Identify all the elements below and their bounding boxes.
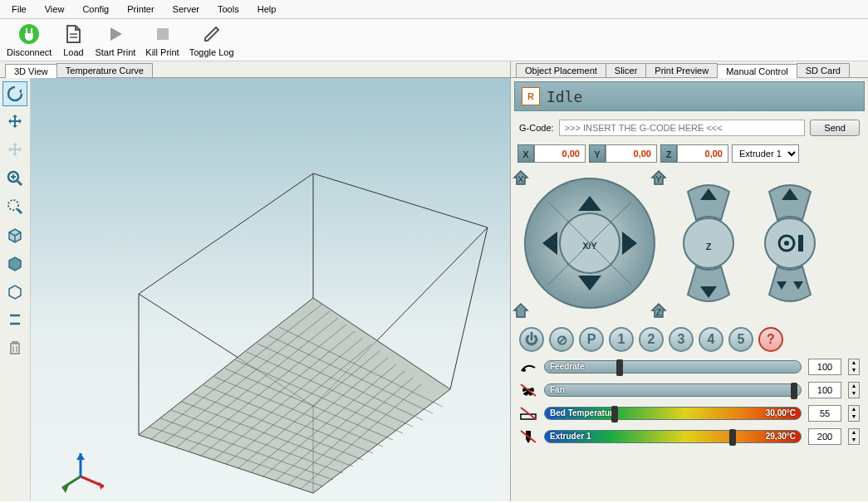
preset-1-button[interactable]: 1 bbox=[609, 327, 634, 352]
preset-2-button[interactable]: 2 bbox=[639, 327, 664, 352]
top-view-button[interactable] bbox=[2, 279, 27, 304]
menu-server[interactable]: Server bbox=[164, 2, 208, 17]
svg-line-43 bbox=[62, 476, 81, 488]
preset-5-button[interactable]: 5 bbox=[728, 327, 753, 352]
iso-view-button[interactable] bbox=[2, 222, 27, 247]
tab-object-placement[interactable]: Object Placement bbox=[516, 63, 606, 77]
rotate-view-button[interactable] bbox=[2, 81, 27, 106]
repetier-icon: R bbox=[522, 87, 540, 105]
fan-icon bbox=[519, 383, 537, 398]
gcode-input[interactable] bbox=[559, 120, 806, 136]
home-z-button[interactable]: Z bbox=[649, 300, 669, 320]
fan-slider[interactable]: Fan bbox=[544, 383, 802, 397]
feedrate-value[interactable]: 100 bbox=[808, 359, 841, 375]
tab-sd-card[interactable]: SD Card bbox=[797, 63, 850, 77]
bed-temp-spinner[interactable]: ▲▼ bbox=[848, 405, 860, 422]
move-object-button[interactable] bbox=[2, 138, 27, 163]
home-all-button[interactable] bbox=[511, 300, 531, 320]
menu-file[interactable]: File bbox=[3, 2, 35, 17]
bed-temp-label: Bed Temperature bbox=[550, 408, 618, 418]
zoom-button[interactable] bbox=[2, 166, 27, 191]
disconnect-label: Disconnect bbox=[7, 47, 51, 57]
menu-printer[interactable]: Printer bbox=[119, 2, 162, 17]
bed-temp-value[interactable]: 55 bbox=[808, 405, 841, 422]
trash-button[interactable] bbox=[2, 335, 27, 360]
extruder-select[interactable]: Extruder 1 bbox=[732, 144, 799, 163]
fan-row: Fan 100 ▲▼ bbox=[511, 378, 868, 402]
send-button[interactable]: Send bbox=[810, 120, 860, 136]
tab-manual-control[interactable]: Manual Control bbox=[717, 64, 797, 78]
gcode-label: G-Code: bbox=[519, 123, 554, 133]
speed-icon bbox=[519, 359, 537, 374]
load-label: Load bbox=[63, 47, 83, 57]
move-view-button[interactable] bbox=[2, 110, 27, 134]
fan-spinner[interactable]: ▲▼ bbox=[848, 382, 860, 398]
start-print-button[interactable]: Start Print bbox=[95, 22, 135, 57]
park-button[interactable]: P bbox=[579, 327, 604, 352]
kill-print-button[interactable]: Kill Print bbox=[145, 22, 179, 57]
extrude-button[interactable] bbox=[769, 266, 811, 301]
power-button[interactable]: ⏻ bbox=[519, 327, 544, 352]
load-button[interactable]: Load bbox=[61, 22, 85, 57]
home-x-button[interactable]: X bbox=[511, 168, 531, 188]
status-bar: R Idle bbox=[514, 81, 865, 111]
feedrate-slider[interactable]: Feedrate bbox=[544, 360, 802, 374]
z-label: Z bbox=[660, 144, 677, 163]
svg-line-7 bbox=[17, 181, 22, 185]
home-y-button[interactable]: Y bbox=[649, 168, 669, 188]
svg-line-60 bbox=[521, 408, 536, 419]
menubar: File View Config Printer Server Tools He… bbox=[0, 0, 868, 19]
plug-icon bbox=[17, 22, 41, 46]
bed-temp-row: Bed Temperature 30,00°C 55 ▲▼ bbox=[511, 402, 868, 425]
bed-temp-slider[interactable]: Bed Temperature 30,00°C bbox=[544, 407, 802, 420]
parallel-view-button[interactable] bbox=[2, 307, 27, 332]
svg-point-53 bbox=[765, 218, 815, 268]
preset-4-button[interactable]: 4 bbox=[699, 327, 723, 352]
extruder-jog-dial bbox=[757, 177, 823, 310]
stop-motor-button[interactable]: ⊘ bbox=[549, 327, 574, 352]
menu-view[interactable]: View bbox=[37, 2, 73, 17]
toggle-log-button[interactable]: Toggle Log bbox=[189, 22, 234, 57]
hotend-icon bbox=[519, 429, 537, 444]
svg-text:X: X bbox=[517, 174, 524, 184]
svg-line-11 bbox=[17, 209, 22, 213]
left-tabs: 3D View Temperature Curve bbox=[0, 61, 510, 78]
x-value: 0,00 bbox=[534, 144, 586, 163]
extruder-temp-value[interactable]: 200 bbox=[808, 428, 841, 445]
svg-point-10 bbox=[8, 200, 18, 210]
front-view-button[interactable] bbox=[2, 251, 27, 276]
fan-value[interactable]: 100 bbox=[808, 382, 841, 398]
extruder-temp-label: Extruder 1 bbox=[550, 432, 591, 441]
extruder-temp-reading: 29,30°C bbox=[766, 432, 796, 441]
zoom-fit-button[interactable] bbox=[2, 194, 27, 219]
coord-row: X0,00 Y0,00 Z0,00 Extruder 1 bbox=[511, 141, 868, 166]
3d-scene[interactable] bbox=[31, 78, 510, 501]
menu-config[interactable]: Config bbox=[74, 2, 117, 17]
menu-help[interactable]: Help bbox=[249, 2, 285, 17]
toolbar: Disconnect Load Start Print Kill Print T… bbox=[0, 19, 868, 61]
preset-3-button[interactable]: 3 bbox=[669, 327, 694, 352]
tab-print-preview[interactable]: Print Preview bbox=[645, 63, 718, 77]
svg-rect-2 bbox=[31, 28, 32, 33]
toggle-label: Toggle Log bbox=[189, 47, 234, 57]
disconnect-button[interactable]: Disconnect bbox=[7, 22, 51, 57]
help-button[interactable]: ? bbox=[758, 327, 783, 352]
tab-temperature-curve[interactable]: Temperature Curve bbox=[56, 63, 153, 77]
extruder-temp-slider[interactable]: Extruder 1 29,30°C bbox=[544, 430, 802, 443]
extruder-temp-spinner[interactable]: ▲▼ bbox=[848, 428, 860, 445]
status-text: Idle bbox=[547, 88, 582, 105]
jog-panel: X/Y X Y Z Z bbox=[511, 166, 868, 324]
extruder-temp-row: Extruder 1 29,30°C 200 ▲▼ bbox=[511, 425, 868, 448]
z-jog-dial: Z bbox=[675, 177, 742, 310]
tab-3d-view[interactable]: 3D View bbox=[5, 64, 57, 78]
tab-slicer[interactable]: Slicer bbox=[606, 63, 647, 77]
z-center-label: Z bbox=[706, 242, 712, 252]
kill-label: Kill Print bbox=[145, 47, 179, 57]
y-value: 0,00 bbox=[606, 144, 657, 163]
fan-label: Fan bbox=[550, 385, 565, 394]
feedrate-spinner[interactable]: ▲▼ bbox=[848, 359, 860, 375]
svg-point-56 bbox=[522, 369, 526, 372]
gcode-row: G-Code: Send bbox=[511, 115, 868, 141]
menu-tools[interactable]: Tools bbox=[209, 2, 248, 17]
start-label: Start Print bbox=[95, 47, 135, 57]
